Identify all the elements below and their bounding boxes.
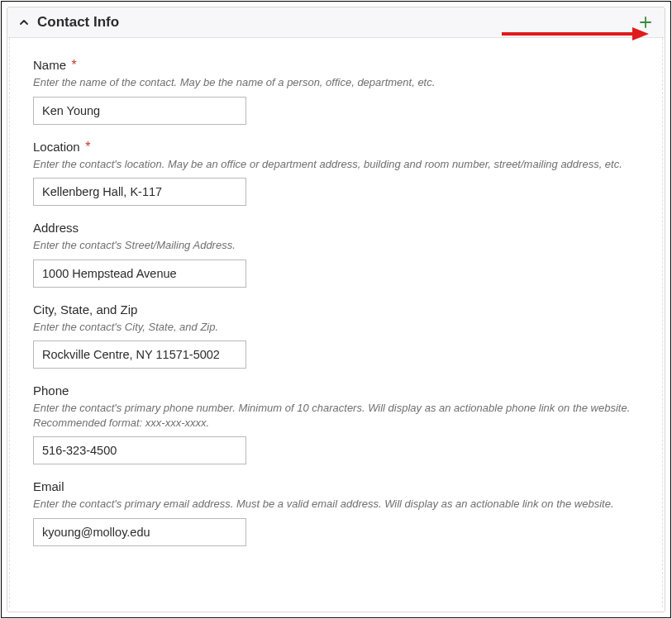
contact-info-panel: Contact Info Name * Enter the name of th… (7, 7, 665, 612)
email-label: Email (33, 479, 64, 493)
required-marker: * (85, 140, 90, 154)
city-state-zip-label: City, State, and Zip (33, 302, 137, 317)
name-label: Name (33, 58, 66, 72)
email-input[interactable] (33, 518, 246, 546)
form-body: Name * Enter the name of the contact. Ma… (9, 38, 663, 607)
name-input[interactable] (33, 97, 246, 125)
name-hint: Enter the name of the contact. May be th… (33, 75, 639, 90)
phone-label: Phone (33, 383, 69, 398)
city-state-zip-input[interactable] (33, 340, 246, 369)
address-input[interactable] (33, 260, 246, 288)
panel-header[interactable]: Contact Info (7, 7, 665, 38)
panel-title: Contact Info (37, 14, 119, 31)
location-input[interactable] (33, 178, 246, 206)
required-marker: * (71, 58, 76, 72)
field-group-city-state-zip: City, State, and Zip Enter the contact's… (33, 302, 639, 369)
chevron-up-icon (19, 17, 29, 27)
add-button[interactable] (638, 15, 653, 30)
field-group-email: Email Enter the contact's primary email … (33, 479, 639, 546)
address-label: Address (33, 221, 79, 235)
field-group-phone: Phone Enter the contact's primary phone … (33, 383, 639, 464)
field-group-location: Location * Enter the contact's location.… (33, 140, 639, 207)
email-hint: Enter the contact's primary email addres… (33, 497, 639, 512)
city-state-zip-hint: Enter the contact's City, State, and Zip… (33, 320, 639, 335)
field-group-address: Address Enter the contact's Street/Maili… (33, 221, 639, 288)
address-hint: Enter the contact's Street/Mailing Addre… (33, 238, 639, 253)
location-label: Location (33, 140, 80, 154)
phone-input[interactable] (33, 436, 246, 464)
location-hint: Enter the contact's location. May be an … (33, 157, 639, 172)
phone-hint: Enter the contact's primary phone number… (33, 401, 639, 430)
field-group-name: Name * Enter the name of the contact. Ma… (33, 58, 639, 125)
